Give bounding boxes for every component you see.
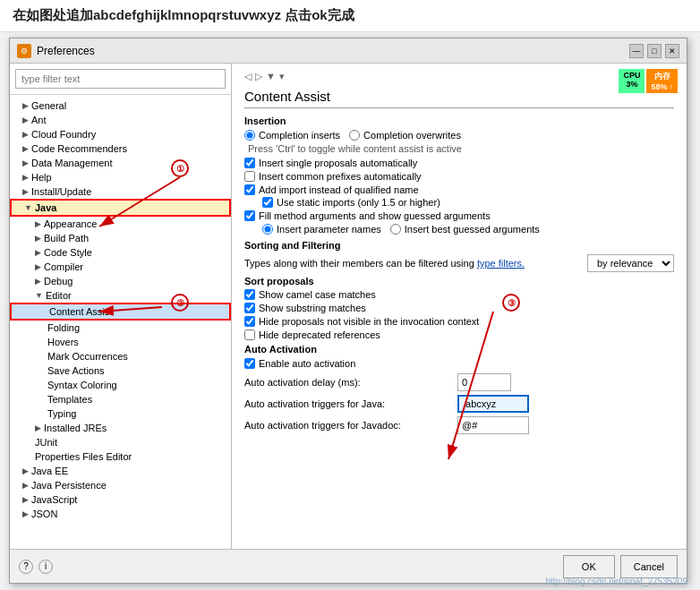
tree-item-content-assist[interactable]: Content Assist bbox=[10, 303, 231, 321]
tree-item-syntax-coloring[interactable]: Syntax Coloring bbox=[10, 378, 231, 392]
checkbox-hide-proposals[interactable] bbox=[244, 316, 255, 327]
tree-item-java-persistence[interactable]: ▶ Java Persistence bbox=[10, 478, 231, 492]
back-icon[interactable]: ◁ bbox=[244, 71, 252, 82]
tree-item-cloud-foundry[interactable]: ▶ Cloud Foundry bbox=[10, 127, 231, 141]
arrow-icon: ▶ bbox=[35, 219, 41, 228]
tree-item-code-recommenders[interactable]: ▶ Code Recommenders bbox=[10, 141, 231, 156]
sorting-section: Sorting and Filtering Types along with t… bbox=[244, 240, 674, 340]
watermark: http://blog.csdn.net/sinat_27535209 bbox=[546, 577, 687, 586]
arrow-icon: ▶ bbox=[22, 115, 29, 124]
dropdown-icon[interactable]: ▼ bbox=[266, 71, 276, 82]
minimize-button[interactable]: — bbox=[629, 44, 644, 58]
tree-item-properties-files-editor[interactable]: Properties Files Editor bbox=[10, 449, 231, 464]
tree-item-code-style[interactable]: ▶ Code Style bbox=[10, 245, 231, 260]
sort-proposals-label: Sort proposals bbox=[244, 276, 674, 286]
checkbox-substring[interactable] bbox=[244, 303, 255, 313]
java-trigger-input[interactable] bbox=[457, 395, 529, 413]
ctrl-note: Press 'Ctrl' to toggle while content ass… bbox=[244, 143, 674, 154]
arrow-icon: ▶ bbox=[22, 481, 29, 490]
check-substring: Show substring matches bbox=[244, 303, 674, 313]
delay-row: Auto activation delay (ms): bbox=[244, 373, 674, 391]
tree-item-folding[interactable]: Folding bbox=[10, 321, 231, 335]
java-trigger-label: Auto activation triggers for Java: bbox=[244, 398, 450, 409]
dialog-wrapper: ⚙ Preferences — □ ✕ ▶ General ▶ Ant bbox=[9, 38, 687, 584]
checkbox-hide-deprecated[interactable] bbox=[244, 329, 255, 340]
checkbox-camel[interactable] bbox=[244, 289, 255, 300]
arrow-icon: ▶ bbox=[35, 234, 41, 243]
tree-item-general[interactable]: ▶ General bbox=[10, 98, 231, 113]
arrow-icon: ▶ bbox=[22, 101, 29, 110]
radio-params-row: Insert parameter names Insert best guess… bbox=[244, 224, 674, 235]
tree-item-build-path[interactable]: ▶ Build Path bbox=[10, 231, 231, 245]
tree-item-compiler[interactable]: ▶ Compiler bbox=[10, 260, 231, 274]
tree-item-save-actions[interactable]: Save Actions bbox=[10, 363, 231, 378]
dialog-body: ▶ General ▶ Ant ▶ Cloud Foundry ▶ Code R… bbox=[10, 64, 687, 583]
tree-item-java-ee[interactable]: ▶ Java EE bbox=[10, 464, 231, 478]
checkbox-use-static[interactable] bbox=[262, 197, 273, 208]
title-bar-icon: ⚙ bbox=[17, 44, 31, 58]
tree-item-install-update[interactable]: ▶ Install/Update bbox=[10, 184, 231, 199]
search-box bbox=[10, 64, 231, 95]
checkbox-insert-common[interactable] bbox=[244, 171, 255, 182]
tree-item-data-management[interactable]: ▶ Data Management bbox=[10, 156, 231, 170]
help-icon[interactable]: ? bbox=[19, 560, 33, 574]
title-bar-controls: — □ ✕ bbox=[629, 44, 679, 58]
arrow-icon: ▶ bbox=[35, 423, 41, 432]
auto-activation-label: Auto Activation bbox=[244, 344, 674, 355]
tree-item-hovers[interactable]: Hovers bbox=[10, 335, 231, 349]
tree-item-json[interactable]: ▶ JSON bbox=[10, 507, 231, 521]
checkbox-insert-single[interactable] bbox=[244, 158, 255, 168]
panel-title: Content Assist bbox=[244, 89, 674, 108]
delay-label: Auto activation delay (ms): bbox=[244, 377, 450, 388]
type-filters-link[interactable]: type filters. bbox=[477, 258, 525, 269]
check-fill-method: Fill method arguments and show guessed a… bbox=[244, 210, 674, 221]
title-bar: ⚙ Preferences — □ ✕ bbox=[10, 38, 687, 64]
close-button[interactable]: ✕ bbox=[665, 44, 679, 58]
tree-item-junit[interactable]: JUnit bbox=[10, 435, 231, 449]
tree: ▶ General ▶ Ant ▶ Cloud Foundry ▶ Code R… bbox=[10, 95, 231, 583]
checkbox-enable-auto[interactable] bbox=[244, 358, 255, 369]
check-use-static: Use static imports (only 1.5 or higher) bbox=[244, 197, 674, 208]
tree-item-installed-jres[interactable]: ▶ Installed JREs bbox=[10, 421, 231, 435]
javadoc-trigger-input[interactable] bbox=[457, 416, 529, 434]
tree-item-appearance[interactable]: ▶ Appearance bbox=[10, 217, 231, 231]
sidebar: ▶ General ▶ Ant ▶ Cloud Foundry ▶ Code R… bbox=[10, 64, 232, 583]
ok-button[interactable]: OK bbox=[563, 555, 615, 578]
sorting-note-row: Types along with their members can be fi… bbox=[244, 254, 674, 272]
search-input[interactable] bbox=[15, 69, 226, 89]
top-annotation: 在如图处追加abcdefghijklmnopqrstuvwxyz 点击ok完成 bbox=[0, 0, 700, 32]
tree-item-typing[interactable]: Typing bbox=[10, 406, 231, 421]
delay-input[interactable] bbox=[457, 373, 511, 391]
tree-item-help[interactable]: ▶ Help bbox=[10, 170, 231, 184]
tree-item-javascript[interactable]: ▶ JavaScript bbox=[10, 492, 231, 507]
sort-dropdown[interactable]: by relevance bbox=[587, 254, 674, 272]
tree-item-ant[interactable]: ▶ Ant bbox=[10, 113, 231, 127]
check-enable-auto: Enable auto activation bbox=[244, 358, 674, 369]
check-add-import: Add import instead of qualified name bbox=[244, 184, 674, 195]
forward-icon[interactable]: ▷ bbox=[255, 71, 262, 82]
check-hide-proposals: Hide proposals not visible in the invoca… bbox=[244, 316, 674, 327]
java-trigger-row: Auto activation triggers for Java: bbox=[244, 395, 674, 413]
radio-overwrites[interactable]: Completion overwrites bbox=[349, 130, 461, 141]
checkbox-fill-method[interactable] bbox=[244, 210, 255, 221]
check-camel: Show camel case matches bbox=[244, 289, 674, 300]
maximize-button[interactable]: □ bbox=[647, 44, 662, 58]
auto-activation-section: Auto Activation Enable auto activation A… bbox=[244, 344, 674, 434]
tree-item-editor[interactable]: ▼ Editor bbox=[10, 288, 231, 303]
info-icon[interactable]: i bbox=[38, 560, 53, 574]
arrow-icon: ▶ bbox=[35, 277, 41, 286]
menu-icon[interactable]: ▾ bbox=[279, 71, 285, 82]
cpu-widget: CPU 3% 内存 58% ↑ bbox=[619, 69, 678, 93]
radio-best-guessed[interactable]: Insert best guessed arguments bbox=[390, 224, 540, 235]
arrow-icon: ▶ bbox=[22, 466, 29, 475]
insertion-section: Insertion Completion inserts Completion … bbox=[244, 115, 674, 235]
checkbox-add-import[interactable] bbox=[244, 184, 255, 195]
radio-inserts[interactable]: Completion inserts bbox=[244, 130, 340, 141]
radio-insert-param[interactable]: Insert parameter names bbox=[262, 224, 381, 235]
tree-item-mark-occurrences[interactable]: Mark Occurrences bbox=[10, 349, 231, 363]
tree-item-debug[interactable]: ▶ Debug bbox=[10, 274, 231, 288]
sorting-label: Sorting and Filtering bbox=[244, 240, 674, 251]
tree-item-templates[interactable]: Templates bbox=[10, 392, 231, 406]
tree-item-java[interactable]: ▼ Java bbox=[10, 199, 231, 217]
cancel-button[interactable]: Cancel bbox=[620, 555, 678, 578]
